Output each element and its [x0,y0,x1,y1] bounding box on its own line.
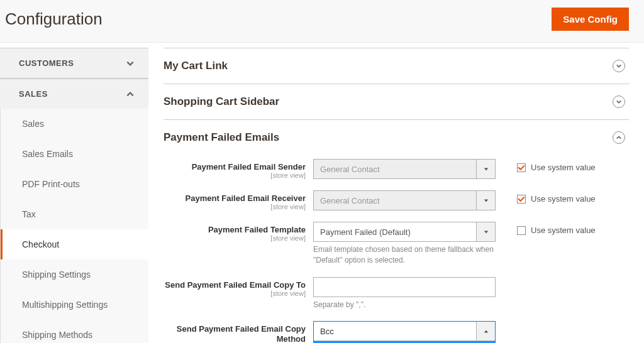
sidebar-item-checkout[interactable]: Checkout [1,229,148,259]
section-shopping-cart-sidebar[interactable]: Shopping Cart Sidebar [164,84,629,119]
use-system-checkbox[interactable] [517,195,526,204]
select-value: Bcc [320,327,334,336]
sidebar-item-pdf-printouts[interactable]: PDF Print-outs [1,169,148,199]
copy-method-select[interactable]: Bcc Bcc Separate Email [313,321,496,343]
caret-down-icon [476,222,495,241]
save-config-button[interactable]: Save Config [552,8,629,31]
field-label-receiver: Payment Failed Email Receiver [186,193,306,203]
field-label-copy-to: Send Payment Failed Email Copy To [165,280,306,290]
section-title: Payment Failed Emails [164,131,279,144]
collapse-icon [613,131,625,144]
copy-to-helper-text: Separate by ",". [313,300,496,310]
sidebar-group-label: SALES [19,89,48,99]
caret-up-icon [476,322,495,340]
section-title: My Cart Link [164,60,228,72]
sidebar-item-tax[interactable]: Tax [1,199,148,229]
sidebar-item-shipping-methods[interactable]: Shipping Methods [1,320,148,343]
page-title: Configuration [5,9,103,29]
sidebar-item-sales-emails[interactable]: Sales Emails [1,139,148,169]
select-options-list: Bcc Separate Email [314,340,495,343]
field-label-template: Payment Failed Template [208,225,306,234]
expand-icon [613,60,625,72]
template-select[interactable]: Payment Failed (Default) [313,222,496,242]
field-label-sender: Payment Failed Email Sender [192,162,306,172]
caret-down-icon [476,160,495,178]
expand-icon [613,95,625,108]
template-helper-text: Email template chosen based on theme fal… [313,244,496,266]
use-system-label: Use system value [531,163,596,172]
svg-marker-0 [484,168,487,170]
section-payment-failed-emails[interactable]: Payment Failed Emails [164,120,629,155]
sidebar-group-sales[interactable]: SALES [0,79,148,109]
use-system-label: Use system value [531,194,596,204]
copy-to-input[interactable] [313,277,496,297]
field-scope: [store view] [164,290,306,297]
sidebar-item-multishipping-settings[interactable]: Multishipping Settings [1,290,148,320]
field-label-copy-method: Send Payment Failed Email Copy Method [177,324,306,343]
svg-marker-3 [484,330,487,333]
content-pane: My Cart Link Shopping Cart Sidebar Payme… [148,43,644,343]
sidebar-group-customers[interactable]: CUSTOMERS [0,48,148,78]
chevron-down-icon [126,59,135,68]
sidebar-item-sales[interactable]: Sales [1,109,148,139]
caret-down-icon [476,191,495,210]
select-value: General Contact [320,165,380,174]
use-system-checkbox[interactable] [517,163,526,172]
receiver-select: General Contact [313,190,496,210]
section-my-cart-link[interactable]: My Cart Link [164,48,629,84]
sender-select: General Contact [313,159,496,179]
section-title: Shopping Cart Sidebar [164,95,279,108]
sidebar-group-label: CUSTOMERS [19,58,74,68]
sidebar: CUSTOMERS SALES Sales Sales Emails PDF P… [0,43,148,343]
field-scope: [store view] [164,172,306,179]
use-system-label: Use system value [531,226,596,235]
field-scope: [store view] [164,203,306,210]
use-system-checkbox[interactable] [517,226,526,235]
select-value: General Contact [320,196,380,205]
chevron-up-icon [126,90,135,99]
sidebar-item-shipping-settings[interactable]: Shipping Settings [1,259,148,290]
svg-marker-1 [484,199,487,202]
svg-marker-2 [484,231,487,233]
field-scope: [store view] [164,234,306,242]
select-value: Payment Failed (Default) [320,227,411,237]
